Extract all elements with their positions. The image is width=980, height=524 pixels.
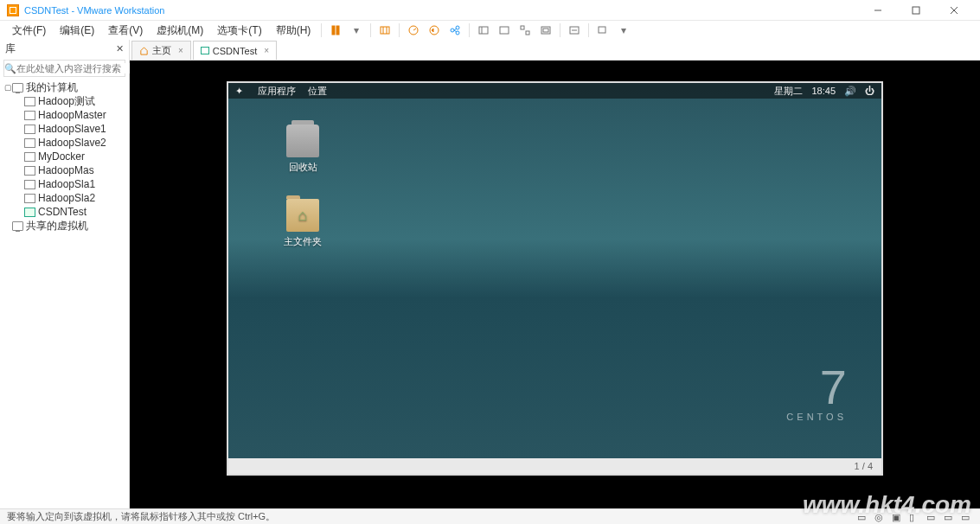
search-icon: 🔍 <box>4 63 16 74</box>
tab-csdntest[interactable]: CSDNTest × <box>193 41 277 60</box>
svg-rect-16 <box>526 31 529 35</box>
toolbar-snapshot-manager-button[interactable] <box>445 22 464 39</box>
window-titlebar: CSDNTest - VMware Workstation <box>0 0 980 21</box>
toolbar-stretch-button[interactable] <box>565 22 584 39</box>
menu-vm[interactable]: 虚拟机(M) <box>150 23 210 38</box>
vm-icon <box>24 125 35 134</box>
vmware-app-icon <box>7 4 19 16</box>
toolbar-view-console-button[interactable] <box>495 22 514 39</box>
tab-row: 主页 × CSDNTest × <box>130 40 980 61</box>
guest-clock-time[interactable]: 18:45 <box>811 86 836 96</box>
guest-clock-day[interactable]: 星期二 <box>774 85 803 98</box>
centos-version: 7 <box>786 363 847 412</box>
menu-edit[interactable]: 编辑(E) <box>53 23 101 38</box>
trash-icon <box>286 125 319 157</box>
tab-close-icon[interactable]: × <box>264 46 269 55</box>
desktop-home-folder[interactable]: 主文件夹 <box>277 199 329 248</box>
window-title: CSDNTest - VMware Workstation <box>24 5 164 16</box>
vm-icon <box>24 166 35 176</box>
svg-rect-4 <box>332 26 335 35</box>
sidebar-title: 库 <box>5 42 16 56</box>
desktop-trash[interactable]: 回收站 <box>277 125 329 174</box>
tree-shared-label: 共享的虚拟机 <box>26 219 88 233</box>
status-sound-icon[interactable]: ▭ <box>926 512 938 522</box>
computer-icon <box>12 221 23 231</box>
guest-menu-places[interactable]: 位置 <box>308 85 327 98</box>
workspace-indicator[interactable]: 1 / 4 <box>855 461 873 471</box>
status-printer-icon[interactable]: ▭ <box>944 512 956 522</box>
tab-home-label: 主页 <box>152 44 171 57</box>
vm-console[interactable]: ✦ 应用程序 位置 星期二 18:45 🔊 ⏻ 回收站 <box>130 61 980 508</box>
vm-running-icon <box>201 47 209 54</box>
toolbar-snapshot-button[interactable] <box>404 22 423 39</box>
statusbar: 要将输入定向到该虚拟机，请将鼠标指针移入其中或按 Ctrl+G。 ▭ ◎ ▣ ▯… <box>0 508 980 524</box>
tab-home[interactable]: 主页 × <box>131 41 191 60</box>
status-hdd-icon[interactable]: ▭ <box>857 512 869 522</box>
search-input[interactable] <box>16 63 136 73</box>
centos-name: CENTOS <box>786 412 847 422</box>
sidebar-search[interactable]: 🔍 ▼ <box>3 60 125 77</box>
toolbar-cycle-button[interactable] <box>593 22 612 39</box>
volume-icon[interactable]: 🔊 <box>844 86 856 97</box>
toolbar-snapshot-revert-button[interactable] <box>425 22 444 39</box>
svg-rect-5 <box>336 26 339 35</box>
tree-item-hadoopmas[interactable]: HadoopMas <box>0 163 129 177</box>
toolbar-power-dropdown[interactable]: ▾ <box>347 22 366 39</box>
tree-item-hadoopsla2[interactable]: HadoopSla2 <box>0 191 129 205</box>
toolbar-unity-button[interactable] <box>536 22 555 39</box>
folder-home-icon <box>286 199 319 232</box>
guest-bottom-panel: 1 / 4 <box>228 458 881 474</box>
menu-view[interactable]: 查看(V) <box>101 23 150 38</box>
tree-item-hadoop-master[interactable]: HadoopMaster <box>0 108 129 122</box>
tree-item-mydocker[interactable]: MyDocker <box>0 150 129 163</box>
vm-icon <box>24 180 35 189</box>
power-icon[interactable]: ⏻ <box>865 86 874 96</box>
tree-item-hadoop-slave1[interactable]: HadoopSlave1 <box>0 122 129 136</box>
menu-tabs[interactable]: 选项卡(T) <box>210 23 268 38</box>
window-minimize-button[interactable] <box>859 0 897 21</box>
vm-running-icon <box>24 208 35 217</box>
tree-item-hadoop-slave2[interactable]: HadoopSlave2 <box>0 136 129 150</box>
tree-item-hadoopsla1[interactable]: HadoopSla1 <box>0 177 129 191</box>
tree-item-hadoop-test[interactable]: Hadoop测试 <box>0 94 129 108</box>
toolbar-fullscreen-button[interactable] <box>516 22 535 39</box>
status-cd-icon[interactable]: ◎ <box>874 512 887 522</box>
guest-desktop[interactable]: ✦ 应用程序 位置 星期二 18:45 🔊 ⏻ 回收站 <box>228 83 881 474</box>
guest-top-panel: ✦ 应用程序 位置 星期二 18:45 🔊 ⏻ <box>228 83 881 99</box>
toolbar-view-sidebar-button[interactable] <box>474 22 493 39</box>
menu-file[interactable]: 文件(F) <box>5 23 53 38</box>
menu-help[interactable]: 帮助(H) <box>269 23 318 38</box>
tree-collapse-icon[interactable]: ▢ <box>3 83 12 92</box>
tree-root-my-computer[interactable]: ▢ 我的计算机 <box>0 80 129 94</box>
svg-rect-14 <box>500 27 509 34</box>
toolbar-send-cad-button[interactable] <box>375 22 394 39</box>
content-area: 主页 × CSDNTest × ✦ 应用程序 位置 星 <box>130 40 980 508</box>
svg-rect-15 <box>521 26 524 29</box>
guest-menu-applications[interactable]: 应用程序 <box>258 85 296 98</box>
status-display-icon[interactable]: ▭ <box>961 512 973 522</box>
status-usb-icon[interactable]: ▯ <box>909 512 921 522</box>
svg-rect-20 <box>599 27 605 33</box>
sidebar-close-button[interactable]: ✕ <box>116 43 124 54</box>
tree-shared-vms[interactable]: 共享的虚拟机 <box>0 219 129 233</box>
menubar: 文件(F) 编辑(E) 查看(V) 虚拟机(M) 选项卡(T) 帮助(H) ▾ … <box>0 21 980 40</box>
centos-wallpaper-logo: 7 CENTOS <box>786 363 847 422</box>
tree-item-csdntest[interactable]: CSDNTest <box>0 205 129 219</box>
vm-icon <box>24 152 35 162</box>
toolbar-pause-button[interactable] <box>326 22 345 39</box>
status-hint: 要将输入定向到该虚拟机，请将鼠标指针移入其中或按 Ctrl+G。 <box>7 510 275 523</box>
tab-close-icon[interactable]: × <box>178 46 183 55</box>
vm-icon <box>24 97 35 106</box>
status-net-icon[interactable]: ▣ <box>892 512 904 522</box>
home-icon <box>139 46 149 55</box>
library-tree: ▢ 我的计算机 Hadoop测试 HadoopMaster HadoopSlav… <box>0 79 129 234</box>
svg-rect-12 <box>479 27 488 34</box>
window-close-button[interactable] <box>935 0 973 21</box>
status-device-icons: ▭ ◎ ▣ ▯ ▭ ▭ ▭ <box>857 512 973 522</box>
library-sidebar: 库 ✕ 🔍 ▼ ▢ 我的计算机 Hadoop测试 HadoopMaster Ha… <box>0 40 130 508</box>
vm-icon <box>24 138 35 148</box>
svg-rect-18 <box>543 29 548 32</box>
window-maximize-button[interactable] <box>897 0 935 21</box>
centos-logo-icon: ✦ <box>235 86 246 96</box>
toolbar-cycle-dropdown[interactable]: ▾ <box>614 22 633 39</box>
